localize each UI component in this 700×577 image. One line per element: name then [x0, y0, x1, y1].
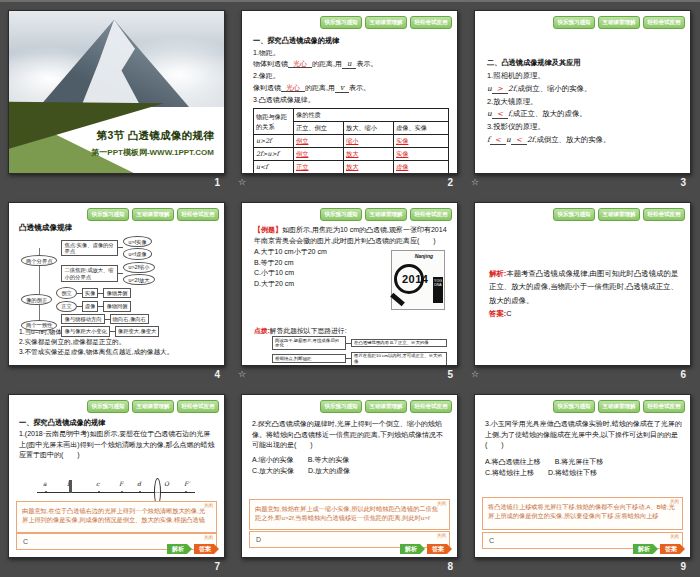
slide-8-thumbnail[interactable]: 快乐预习感知 互动课堂理解 轻松尝试应用 2.探究凸透镜成像的规律时,光屏上得到… [241, 394, 458, 558]
text-segment: 表示。 [349, 84, 370, 91]
nav-button-practice[interactable]: 轻松尝试应用 [177, 400, 219, 413]
candle-marker [69, 480, 72, 493]
nav-button-classroom[interactable]: 互动课堂理解 [598, 400, 640, 413]
emblem-script-text: Nanjing [415, 253, 433, 259]
blank-answer: > [492, 84, 508, 94]
close-button[interactable]: 关闭 [437, 533, 446, 538]
condition-cell: 2f>u>f [254, 148, 294, 161]
close-button[interactable]: 关闭 [437, 501, 446, 506]
map-leaf: u>2f缩小 [123, 262, 154, 273]
show-analysis-button[interactable]: 解析 [400, 544, 425, 554]
slide-4-thumbnail[interactable]: 快乐预习感知 互动课堂理解 轻松尝试应用 凸透镜成像规律 两个分界点 焦点:实像… [8, 202, 225, 366]
show-answer-button[interactable]: 答案 [194, 544, 219, 554]
close-button[interactable]: 关闭 [204, 535, 213, 540]
nav-button-practice[interactable]: 轻松尝试应用 [643, 16, 685, 29]
map-node: 二倍焦距:成放大、缩小的分界点 [61, 265, 118, 282]
nav-buttons: 快乐预习感知 互动课堂理解 轻松尝试应用 [320, 208, 452, 221]
nav-button-classroom[interactable]: 互动课堂理解 [598, 16, 640, 29]
map-leaf: 物向右,像向右 [110, 314, 149, 324]
slide-number: 6 [474, 369, 686, 380]
flow-result: 图片在焦距10 cm以内时,才可成正立、放大的像 [351, 352, 447, 366]
slide-5-thumbnail[interactable]: 快乐预习感知 互动课堂理解 轻松尝试应用 【例题】如图所示,用焦距为10 cm的… [241, 202, 458, 366]
show-answer-button[interactable]: 答案 [427, 544, 452, 554]
slide-1-thumbnail[interactable]: 第3节 凸透镜成像的规律 第一PPT模板网-WWW.1PPT.COM [8, 10, 225, 174]
nav-button-classroom[interactable]: 互动课堂理解 [365, 208, 407, 221]
text-line: 1.照相机的原理。 [487, 70, 682, 83]
slide-3-thumbnail[interactable]: 快乐预习感知 互动课堂理解 轻松尝试应用 二、凸透镜成像规律及其应用 1.照相机… [474, 10, 691, 174]
point-label: c [96, 480, 99, 487]
text-line: 物体到透镜光心的距离,用u表示。 [253, 58, 449, 70]
nav-buttons: 快乐预习感知 互动课堂理解 轻松尝试应用 [553, 400, 685, 413]
nav-button-classroom[interactable]: 互动课堂理解 [598, 208, 640, 221]
analysis-label: 解析: [489, 269, 506, 278]
analysis-paragraph: 解析:本题考查凸透镜成像规律,由图可知此时凸透镜成的是正立、放大的虚像,当物距小… [489, 267, 680, 307]
map-node: 两个分界点 [21, 255, 57, 266]
slide-7-thumbnail[interactable]: 快乐预习感知 互动课堂理解 轻松尝试应用 一、探究凸透镜成像的规律 1.(201… [8, 394, 225, 558]
nav-button-preview[interactable]: 快乐预习感知 [320, 208, 362, 221]
close-button[interactable]: 关闭 [670, 534, 679, 539]
close-button[interactable]: 关闭 [204, 503, 213, 508]
text-segment: 如图所示,用焦距为10 cm的凸透镜,观察一张印有2014年南京青奥会会徽的图片… [254, 226, 447, 244]
nav-button-classroom[interactable]: 互动课堂理解 [132, 208, 174, 221]
options-row: A.将凸透镜往上移B.将光屏往下移 [485, 457, 682, 468]
text-segment: 的距离,用 [312, 60, 342, 67]
nav-button-practice[interactable]: 轻松尝试应用 [410, 208, 452, 221]
nav-button-preview[interactable]: 快乐预习感知 [87, 208, 129, 221]
nav-button-practice[interactable]: 轻松尝试应用 [643, 208, 685, 221]
nav-button-classroom[interactable]: 互动课堂理解 [365, 16, 407, 29]
show-answer-button[interactable]: 答案 [660, 544, 685, 554]
option-a: A.缩小的实像 [252, 456, 294, 463]
close-button[interactable]: 关闭 [670, 499, 679, 504]
show-analysis-button[interactable]: 解析 [167, 544, 192, 554]
show-analysis-button[interactable]: 解析 [633, 544, 658, 554]
axis-point [98, 491, 100, 493]
map-leaf: 实像 [82, 288, 99, 298]
map-leaf: u>f实像 [123, 236, 151, 247]
nav-button-practice[interactable]: 轻松尝试应用 [410, 16, 452, 29]
answer-cell: 缩小 [344, 135, 394, 148]
nav-button-classroom[interactable]: 互动课堂理解 [132, 400, 174, 413]
nav-button-practice[interactable]: 轻松尝试应用 [410, 400, 452, 413]
slide-number: 9 [474, 561, 686, 572]
emblem-side-strip: YOGDNA [433, 277, 443, 303]
slide-9-thumbnail[interactable]: 快乐预习感知 互动课堂理解 轻松尝试应用 3.小玉同学用光具座做凸透镜成像实验时… [474, 394, 691, 558]
nav-button-preview[interactable]: 快乐预习感知 [320, 16, 362, 29]
options-row: C.放大的实像D.放大的虚像 [252, 466, 449, 477]
slide-6-thumbnail[interactable]: 快乐预习感知 互动课堂理解 轻松尝试应用 解析:本题考查凸透镜成像规律,由图可知… [474, 202, 691, 366]
question-text: 【例题】如图所示,用焦距为10 cm的凸透镜,观察一张印有2014年南京青奥会会… [254, 225, 449, 246]
table-row: u>2f 倒立 缩小 实像 [254, 135, 449, 148]
analysis-content: 解析:本题考查凸透镜成像规律,由图可知此时凸透镜成的是正立、放大的虚像,当物距小… [489, 267, 680, 320]
nav-button-preview[interactable]: 快乐预习感知 [320, 400, 362, 413]
emblem-year: 2014 [402, 273, 428, 285]
nav-button-preview[interactable]: 快乐预习感知 [553, 400, 595, 413]
options-list: A.大于10 cm小于20 cm B.等于20 cm C.小于10 cm D.大… [254, 247, 372, 289]
blank-answer: < [511, 135, 527, 145]
nav-button-preview[interactable]: 快乐预习感知 [87, 400, 129, 413]
option-b: B.将光屏往下移 [555, 458, 604, 465]
option-d: D.将蜡烛往下移 [548, 469, 597, 476]
imaging-rules-table: 物距与像距的关系 像的性质 正立、倒立 放大、缩小 虚像、实像 u>2f 倒立 … [253, 108, 449, 174]
principal-axis-line [37, 492, 195, 493]
flow-step: 阅读题干,观察图片,寻找成像后的变化 [272, 336, 346, 350]
text-line: 3.投影仪的原理。 [487, 121, 682, 134]
blank-answer: 光心 [288, 60, 312, 68]
text-line: u<f,成正立、放大的虚像。 [487, 108, 682, 121]
flow-result: 在凸透镜范围内看见了正立、放大的像 [351, 339, 447, 348]
nav-button-preview[interactable]: 快乐预习感知 [553, 208, 595, 221]
analysis-text: 将凸透镜往上移或将光屏往下移,烛焰的像都不会向下移动,A、B错;光屏上所成的像是… [483, 498, 682, 521]
point-label: O [164, 480, 169, 487]
answer-controls: 解析 答案 [633, 544, 685, 554]
nav-button-classroom[interactable]: 互动课堂理解 [365, 400, 407, 413]
nav-button-preview[interactable]: 快乐预习感知 [553, 16, 595, 29]
table-row: u<f 正立 放大 虚像 [254, 161, 449, 174]
strip-text: DNA [433, 283, 443, 287]
axis-point [139, 491, 141, 493]
map-leaf: 正立 [56, 301, 77, 312]
condition-cell: u>2f [254, 135, 294, 148]
nav-button-practice[interactable]: 轻松尝试应用 [177, 208, 219, 221]
blank-answer: 光心 [281, 84, 305, 92]
slide-2-thumbnail[interactable]: 快乐预习感知 互动课堂理解 轻松尝试应用 一、探究凸透镜成像的规律 1.物距。 … [241, 10, 458, 174]
option-b: B.等于20 cm [254, 258, 372, 269]
slide-number: 3 [474, 177, 686, 188]
nav-button-practice[interactable]: 轻松尝试应用 [643, 400, 685, 413]
